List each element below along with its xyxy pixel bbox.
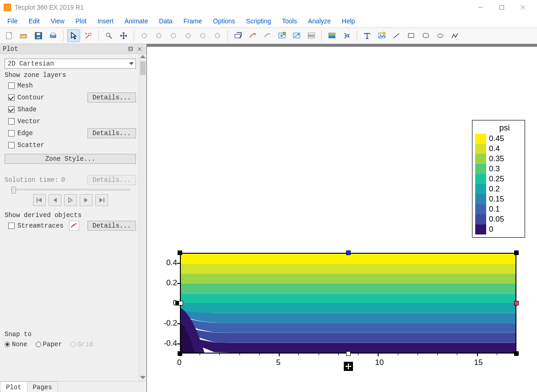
snap-paper-label: Paper bbox=[43, 341, 62, 348]
selection-handle[interactable] bbox=[346, 250, 351, 255]
tool-pointer-button[interactable] bbox=[67, 29, 80, 42]
window-maximize-button[interactable] bbox=[491, 0, 512, 15]
menu-options[interactable]: Options bbox=[208, 16, 239, 27]
tool-rounded-rect-button[interactable] bbox=[419, 29, 432, 42]
selection-handle[interactable] bbox=[178, 351, 182, 356]
window-title: Tecplot 360 EX 2019 R1 bbox=[15, 4, 470, 11]
contour-plot[interactable] bbox=[180, 253, 516, 354]
layer-contour-details-button[interactable]: Details... bbox=[87, 93, 136, 103]
tool-polyline-button[interactable] bbox=[449, 29, 461, 42]
menubar: FileEditViewPlotInsertAnimateDataFrameOp… bbox=[0, 15, 537, 27]
panel-undock-button[interactable] bbox=[127, 45, 134, 53]
svg-point-17 bbox=[157, 33, 161, 38]
selection-handle[interactable] bbox=[514, 250, 519, 255]
svg-point-18 bbox=[171, 33, 176, 38]
tool-ellipse-button[interactable] bbox=[434, 29, 447, 42]
selection-handle[interactable] bbox=[179, 301, 183, 305]
layer-scatter-checkbox[interactable] bbox=[8, 142, 15, 148]
tool-save-button[interactable] bbox=[32, 29, 45, 42]
streamtrace-icon[interactable] bbox=[69, 221, 79, 231]
layer-contour-checkbox[interactable] bbox=[8, 94, 15, 101]
streamtraces-label: Streamtraces bbox=[17, 222, 64, 229]
tool-contour-adj-button[interactable] bbox=[305, 29, 318, 42]
tool-open-button[interactable] bbox=[17, 29, 30, 42]
menu-frame[interactable]: Frame bbox=[179, 16, 206, 27]
tool-slice-button[interactable] bbox=[232, 29, 244, 42]
menu-plot[interactable]: Plot bbox=[71, 16, 91, 27]
tool-print-button[interactable] bbox=[47, 29, 60, 42]
svg-rect-8 bbox=[20, 35, 26, 38]
menu-data[interactable]: Data bbox=[154, 16, 177, 27]
streamtraces-details-button[interactable]: Details... bbox=[87, 221, 136, 231]
selection-handle[interactable] bbox=[514, 351, 519, 356]
tool-rotate-xyz-button[interactable] bbox=[138, 29, 151, 42]
tool-rect-button[interactable] bbox=[405, 29, 418, 42]
tool-streamtrace-button[interactable] bbox=[246, 29, 259, 42]
tool-fx-button[interactable] bbox=[340, 29, 353, 42]
plot-canvas[interactable]: psi 0.450.40.350.30.250.20.150.10.050 -0… bbox=[146, 44, 537, 392]
solution-time-value: 0 bbox=[61, 176, 65, 184]
move-handle[interactable] bbox=[344, 362, 353, 371]
menu-tools[interactable]: Tools bbox=[277, 16, 302, 27]
selection-handle[interactable] bbox=[178, 250, 182, 255]
media-prev-button[interactable] bbox=[49, 194, 61, 206]
panel-scrollbar[interactable] bbox=[139, 54, 146, 381]
tool-rotate-yz-button[interactable] bbox=[196, 29, 209, 42]
panel-close-button[interactable] bbox=[136, 45, 143, 53]
tool-rotate-xy-button[interactable] bbox=[182, 29, 195, 42]
menu-animate[interactable]: Animate bbox=[120, 16, 152, 27]
tool-image-button[interactable] bbox=[375, 29, 388, 42]
layer-mesh-checkbox[interactable] bbox=[8, 82, 15, 89]
media-last-button[interactable] bbox=[95, 194, 108, 206]
layer-edge-details-button[interactable]: Details... bbox=[87, 128, 136, 138]
solution-time-details-button[interactable]: Details... bbox=[87, 175, 136, 185]
selection-handle[interactable] bbox=[346, 351, 351, 356]
menu-help[interactable]: Help bbox=[337, 16, 360, 27]
snap-grid-radio bbox=[71, 342, 76, 347]
tool-line-button[interactable] bbox=[390, 29, 403, 42]
tool-text-button[interactable] bbox=[361, 29, 374, 42]
contour-legend[interactable]: psi 0.450.40.350.30.250.20.150.10.050 bbox=[472, 120, 525, 238]
solution-time-slider[interactable] bbox=[11, 189, 130, 191]
menu-file[interactable]: File bbox=[3, 16, 22, 27]
media-play-button[interactable] bbox=[64, 194, 77, 206]
app-icon bbox=[4, 4, 11, 11]
menu-analyze[interactable]: Analyze bbox=[304, 16, 336, 27]
tab-plot[interactable]: Plot bbox=[0, 381, 27, 392]
media-next-button[interactable] bbox=[80, 194, 92, 206]
tool-new-button[interactable] bbox=[3, 29, 16, 42]
layer-vector-checkbox[interactable] bbox=[8, 118, 15, 125]
window-close-button[interactable] bbox=[512, 0, 533, 15]
tool-rotate-y-button[interactable] bbox=[167, 29, 180, 42]
svg-point-19 bbox=[186, 33, 190, 38]
layer-shade-checkbox[interactable] bbox=[8, 106, 15, 113]
tool-rotate-x-button[interactable] bbox=[152, 29, 165, 42]
snap-paper-radio[interactable] bbox=[36, 342, 41, 347]
menu-view[interactable]: View bbox=[46, 16, 69, 27]
tool-vector-button[interactable] bbox=[290, 29, 303, 42]
y-tick-label: 0.2 bbox=[162, 278, 177, 288]
legend-value: 0.45 bbox=[486, 134, 504, 143]
legend-swatch bbox=[475, 174, 486, 184]
media-first-button[interactable] bbox=[33, 194, 46, 206]
plot-type-select[interactable]: 2D Cartesian bbox=[5, 59, 136, 69]
layer-edge-checkbox[interactable] bbox=[8, 130, 15, 136]
zone-style-button[interactable]: Zone Style... bbox=[5, 154, 136, 164]
snap-none-radio[interactable] bbox=[5, 342, 10, 347]
window-minimize-button[interactable] bbox=[470, 0, 491, 15]
selection-handle[interactable] bbox=[514, 301, 519, 305]
layer-vector-label: Vector bbox=[17, 118, 40, 125]
tool-zone-button[interactable] bbox=[325, 29, 338, 42]
menu-scripting[interactable]: Scripting bbox=[242, 16, 276, 27]
tool-pan-button[interactable] bbox=[117, 29, 130, 42]
menu-edit[interactable]: Edit bbox=[24, 16, 44, 27]
svg-rect-1 bbox=[5, 5, 10, 10]
tool-zoom-button[interactable] bbox=[103, 29, 115, 42]
tool-iso-button[interactable] bbox=[261, 29, 274, 42]
streamtraces-checkbox[interactable] bbox=[8, 223, 15, 229]
tab-pages[interactable]: Pages bbox=[27, 381, 58, 392]
tool-rotate-z-button[interactable] bbox=[211, 29, 224, 42]
tool-extract-button[interactable] bbox=[276, 29, 288, 42]
menu-insert[interactable]: Insert bbox=[93, 16, 118, 27]
tool-probe-button[interactable] bbox=[82, 29, 95, 42]
